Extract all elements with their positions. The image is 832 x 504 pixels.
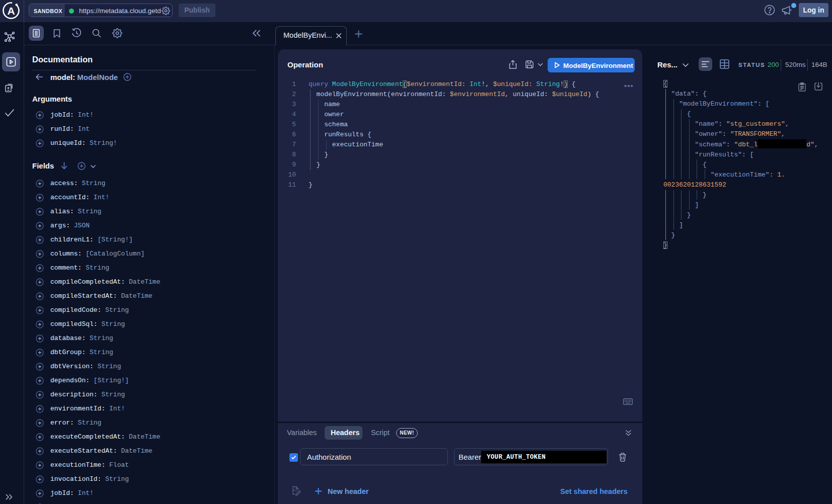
svg-text:A: A (7, 5, 15, 17)
